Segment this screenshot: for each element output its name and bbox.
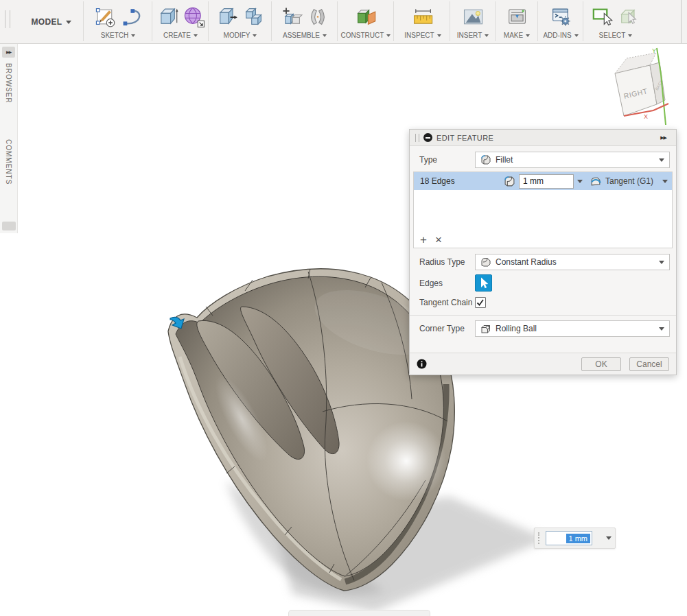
combine-button[interactable]	[242, 5, 265, 28]
edit-feature-dialog: EDIT FEATURE ▶▶ Type Fillet 18 Edges	[409, 129, 677, 375]
create-sketch-button[interactable]	[93, 5, 117, 28]
modify-menu[interactable]: MODIFY	[224, 32, 257, 43]
chevron-down-icon	[659, 327, 664, 331]
press-pull-button[interactable]	[216, 5, 239, 28]
select-solid-button-disabled[interactable]	[617, 5, 640, 28]
dialog-titlebar[interactable]: EDIT FEATURE ▶▶	[410, 130, 676, 146]
scripts-addins-button[interactable]	[548, 5, 573, 28]
form-sphere-icon	[183, 5, 205, 27]
checkmark-icon	[476, 298, 485, 307]
corner-type-dropdown[interactable]: Rolling Ball	[475, 320, 670, 337]
new-component-button[interactable]	[280, 5, 303, 28]
type-label: Type	[419, 155, 475, 165]
create-solid-button[interactable]	[156, 5, 179, 28]
tangent-continuity-icon	[590, 176, 602, 187]
view-cube[interactable]: RIGHT BACK Y X	[615, 47, 668, 125]
dimension-dropdown-caret[interactable]	[606, 536, 612, 540]
panel-resize-handle[interactable]	[2, 222, 16, 230]
toolbar-separator	[337, 1, 338, 41]
select-window-button[interactable]	[591, 5, 614, 28]
measure-button[interactable]	[410, 5, 435, 28]
insert-menu[interactable]: INSERT	[457, 32, 489, 43]
construction-plane-button[interactable]	[354, 5, 377, 28]
measure-icon	[411, 5, 434, 27]
cancel-button[interactable]: Cancel	[629, 357, 669, 371]
3d-print-button[interactable]	[504, 5, 529, 28]
chevron-down-icon	[194, 34, 198, 37]
dimension-input[interactable]: 1 mm	[546, 531, 592, 545]
addins-menu[interactable]: ADD-INS	[543, 32, 578, 43]
sidebar-item-comments[interactable]: COMMENTS	[5, 139, 12, 185]
radius-type-row: Radius Type Constant Radius	[410, 254, 676, 270]
sidebar-item-browser[interactable]: BROWSER	[5, 63, 12, 104]
left-panel-strip: ▶▶ BROWSER COMMENTS	[0, 43, 18, 233]
specular-highlight	[366, 421, 446, 501]
dialog-drag-grip[interactable]	[415, 134, 419, 142]
edge-set-row-selected[interactable]: 18 Edges Tangent (G1)	[414, 172, 672, 190]
radius-type-dropdown[interactable]: Constant Radius	[475, 254, 670, 270]
make-menu[interactable]: MAKE	[504, 32, 530, 43]
tangent-chain-label: Tangent Chain	[419, 298, 475, 307]
create-menu[interactable]: CREATE	[163, 32, 198, 43]
bottom-navbar-edge	[288, 610, 430, 616]
spline-button[interactable]	[119, 5, 143, 28]
radius-dropdown-caret[interactable]	[577, 180, 583, 183]
press-pull-icon	[216, 5, 238, 27]
add-edge-set-button[interactable]: +	[420, 234, 427, 246]
toolbar-drag-grip[interactable]	[5, 10, 10, 28]
chevron-down-icon	[437, 34, 441, 37]
dialog-title: EDIT FEATURE	[436, 134, 493, 142]
inspect-menu[interactable]: INSPECT	[404, 32, 441, 43]
assemble-menu[interactable]: ASSEMBLE	[283, 32, 327, 43]
remove-edge-set-button[interactable]: ×	[435, 234, 442, 246]
sketch-menu[interactable]: SKETCH	[101, 32, 136, 43]
sketch-icon	[94, 5, 116, 27]
toolbar-group-make: MAKE	[497, 0, 537, 43]
corner-type-value: Rolling Ball	[496, 324, 537, 333]
toolbar-group-construct: CONSTRUCT	[339, 0, 393, 43]
chevron-down-icon	[66, 21, 71, 24]
construct-menu[interactable]: CONSTRUCT	[341, 32, 391, 43]
toolbar-separator	[271, 1, 272, 41]
widget-drag-grip[interactable]	[538, 532, 542, 544]
toolbar-group-inspect: INSPECT	[397, 0, 449, 43]
edges-select-button[interactable]	[475, 274, 492, 292]
ok-button[interactable]: OK	[581, 357, 621, 371]
select-menu[interactable]: SELECT	[599, 32, 633, 43]
toolbar-group-insert: INSERT	[452, 0, 494, 43]
create-form-button[interactable]	[182, 5, 205, 28]
edge-set-list: 18 Edges Tangent (G1) + ×	[413, 171, 673, 248]
joint-button[interactable]	[306, 5, 329, 28]
fillet-radius-input[interactable]	[519, 174, 574, 189]
toolbar-separator	[537, 1, 538, 41]
tangent-chain-checkbox[interactable]	[475, 297, 486, 308]
chevron-down-icon	[526, 34, 530, 37]
chevron-down-icon	[131, 34, 135, 37]
insert-image-button[interactable]	[461, 5, 485, 28]
scripts-addins-icon	[549, 5, 572, 27]
workspace-switcher[interactable]: MODEL	[23, 14, 80, 30]
expand-dialog-icon[interactable]: ▶▶	[656, 134, 671, 141]
toolbar-group-modify: MODIFY	[210, 0, 270, 43]
chevron-down-icon	[574, 34, 579, 37]
collapse-dialog-icon[interactable]	[423, 133, 432, 142]
browser-expand-button[interactable]: ▶▶	[2, 47, 15, 58]
type-dropdown[interactable]: Fillet	[475, 152, 670, 168]
edge-set-label: 18 Edges	[420, 176, 455, 186]
y-axis-label: Y	[652, 47, 656, 54]
radius-type-value: Constant Radius	[496, 257, 557, 267]
type-row: Type Fillet	[410, 152, 676, 168]
chevron-down-icon	[253, 34, 257, 37]
toolbar-separator	[450, 1, 450, 41]
chevron-down-icon	[386, 34, 391, 37]
info-icon[interactable]	[417, 359, 427, 369]
3d-print-icon	[505, 5, 528, 27]
toolbar-group-sketch: SKETCH	[86, 0, 150, 43]
toolbar-group-select: SELECT	[585, 0, 647, 43]
toolbar-group-assemble: ASSEMBLE	[273, 0, 336, 43]
corner-type-label: Corner Type	[419, 324, 475, 333]
combine-icon	[242, 5, 264, 27]
chevron-down-icon	[628, 34, 632, 37]
continuity-dropdown-caret[interactable]	[662, 180, 668, 183]
toolbar-separator	[152, 1, 152, 41]
